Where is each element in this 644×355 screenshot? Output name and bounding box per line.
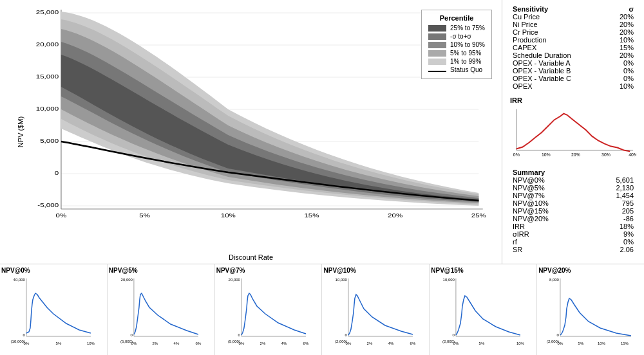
main-chart-container: NPV ($M) 25,000 20,000 15,000 10,000 5,0… bbox=[0, 0, 502, 264]
legend-label-1: 25% to 75% bbox=[450, 24, 485, 32]
legend-label-4: 5% to 95% bbox=[450, 50, 481, 57]
svg-text:25%: 25% bbox=[471, 212, 486, 219]
svg-text:10,000: 10,000 bbox=[443, 278, 455, 282]
bottom-charts-row: NPV@0% 40,000 0 (10,000) 0% 5% 10% NPV@5… bbox=[0, 264, 644, 355]
svg-text:6%: 6% bbox=[303, 341, 308, 345]
summary-row-8: rf 0% bbox=[510, 238, 636, 246]
svg-text:2%: 2% bbox=[367, 341, 373, 345]
summary-value-4: 205 bbox=[591, 207, 636, 215]
svg-text:8,000: 8,000 bbox=[549, 278, 560, 282]
legend-item-6: Status Quo bbox=[428, 66, 485, 73]
legend-label-3: 10% to 90% bbox=[450, 41, 485, 48]
small-chart-title-5: NPV@20% bbox=[538, 267, 643, 274]
svg-text:0: 0 bbox=[23, 333, 26, 337]
legend-label-2: -σ to+σ bbox=[450, 33, 471, 40]
summary-value-2: 1,454 bbox=[591, 192, 636, 199]
legend-item-5: 1% to 99% bbox=[428, 58, 485, 65]
summary-row-4: NPV@15% 205 bbox=[510, 207, 636, 215]
legend-item-4: 5% to 95% bbox=[428, 50, 485, 57]
svg-text:15%: 15% bbox=[304, 212, 319, 219]
small-chart-1: NPV@5% 20,000 0 (5,000) 0% 2% 4% 6% bbox=[108, 264, 215, 355]
svg-text:0: 0 bbox=[130, 333, 133, 337]
svg-text:10%: 10% bbox=[516, 341, 525, 345]
legend-label-6: Status Quo bbox=[450, 66, 482, 73]
legend-swatch-3 bbox=[428, 42, 446, 48]
svg-text:10%: 10% bbox=[542, 152, 551, 157]
svg-text:-5,000: -5,000 bbox=[37, 202, 59, 208]
summary-table: Summary NPV@0% 5,601 NPV@5% 2,130 NPV@7%… bbox=[510, 168, 636, 253]
summary-name-0: NPV@0% bbox=[510, 176, 591, 184]
svg-text:0%: 0% bbox=[513, 152, 520, 157]
svg-text:20,000: 20,000 bbox=[120, 278, 133, 282]
svg-text:10%: 10% bbox=[598, 341, 606, 345]
sensitivity-row-9: OPEX 10% bbox=[510, 82, 636, 90]
sensitivity-header: Sensitivity bbox=[510, 5, 607, 13]
svg-text:(10,000): (10,000) bbox=[11, 340, 25, 343]
summary-name-1: NPV@5% bbox=[510, 184, 591, 192]
small-chart-svg-0: 40,000 0 (10,000) 0% 5% 10% bbox=[1, 275, 106, 346]
sensitivity-value-7: 0% bbox=[607, 67, 636, 75]
summary-row-2: NPV@7% 1,454 bbox=[510, 192, 636, 199]
sigma-header: σ bbox=[607, 5, 636, 13]
small-chart-title-2: NPV@7% bbox=[216, 267, 321, 274]
legend-swatch-5 bbox=[428, 59, 446, 65]
summary-name-5: NPV@20% bbox=[510, 215, 591, 223]
legend-swatch-4 bbox=[428, 50, 446, 57]
sensitivity-name-5: Schedule Duration bbox=[510, 51, 607, 59]
svg-text:2%: 2% bbox=[260, 341, 265, 345]
sensitivity-value-9: 10% bbox=[607, 82, 636, 90]
summary-name-6: IRR bbox=[510, 223, 591, 230]
svg-text:6%: 6% bbox=[410, 341, 416, 345]
small-chart-5: NPV@20% 8,000 0 (2,000) 0% 5% 10% 15% bbox=[537, 264, 644, 355]
svg-text:0%: 0% bbox=[453, 341, 459, 345]
summary-row-7: σIRR 9% bbox=[510, 230, 636, 238]
sensitivity-value-5: 20% bbox=[607, 51, 636, 59]
svg-text:0: 0 bbox=[55, 170, 59, 176]
irr-label: IRR bbox=[510, 96, 636, 104]
summary-row-9: SR 2.06 bbox=[510, 246, 636, 253]
legend-label-5: 1% to 99% bbox=[450, 58, 481, 65]
summary-value-5: -86 bbox=[591, 215, 636, 223]
summary-name-2: NPV@7% bbox=[510, 192, 591, 199]
svg-text:10%: 10% bbox=[87, 341, 95, 345]
summary-header: Summary bbox=[510, 168, 636, 176]
summary-name-4: NPV@15% bbox=[510, 207, 591, 215]
summary-value-7: 9% bbox=[591, 230, 636, 238]
summary-row-6: IRR 18% bbox=[510, 223, 636, 230]
legend-title: Percentile bbox=[428, 14, 485, 22]
sensitivity-table: Sensitivity σ Cu Price 20% Ni Price 20% … bbox=[510, 5, 636, 90]
sensitivity-row-2: Cr Price 20% bbox=[510, 28, 636, 36]
sensitivity-value-4: 15% bbox=[607, 44, 636, 51]
svg-text:5%: 5% bbox=[479, 341, 485, 345]
small-chart-title-0: NPV@0% bbox=[1, 267, 106, 274]
svg-text:20,000: 20,000 bbox=[36, 41, 59, 48]
svg-text:40%: 40% bbox=[629, 152, 636, 157]
summary-value-0: 5,601 bbox=[591, 176, 636, 184]
summary-name-7: σIRR bbox=[510, 230, 591, 238]
small-chart-svg-4: 10,000 0 (2,000) 0% 5% 10% bbox=[431, 275, 535, 346]
sensitivity-row-5: Schedule Duration 20% bbox=[510, 51, 636, 59]
sensitivity-row-0: Cu Price 20% bbox=[510, 13, 636, 21]
svg-text:25,000: 25,000 bbox=[36, 9, 59, 15]
summary-value-6: 18% bbox=[591, 223, 636, 230]
summary-row-0: NPV@0% 5,601 bbox=[510, 176, 636, 184]
sensitivity-name-0: Cu Price bbox=[510, 13, 607, 21]
svg-text:6%: 6% bbox=[195, 341, 201, 345]
svg-text:0%: 0% bbox=[238, 341, 244, 345]
legend-box: Percentile 25% to 75% -σ to+σ 10% to 90%… bbox=[421, 10, 492, 79]
svg-text:40,000: 40,000 bbox=[14, 278, 26, 282]
sensitivity-value-3: 10% bbox=[607, 36, 636, 44]
svg-text:4%: 4% bbox=[281, 341, 287, 345]
summary-value-3: 795 bbox=[591, 199, 636, 207]
svg-text:0: 0 bbox=[453, 333, 455, 337]
summary-value-8: 0% bbox=[591, 238, 636, 246]
legend-item-2: -σ to+σ bbox=[428, 33, 485, 40]
sensitivity-row-3: Production 10% bbox=[510, 36, 636, 44]
svg-text:4%: 4% bbox=[388, 341, 394, 345]
legend-swatch-1 bbox=[428, 25, 446, 32]
sensitivity-row-6: OPEX - Variable A 0% bbox=[510, 59, 636, 67]
small-chart-4: NPV@15% 10,000 0 (2,000) 0% 5% 10% bbox=[430, 264, 537, 355]
small-chart-title-4: NPV@15% bbox=[431, 267, 535, 274]
sensitivity-name-1: Ni Price bbox=[510, 21, 607, 28]
small-chart-svg-5: 8,000 0 (2,000) 0% 5% 10% 15% bbox=[538, 275, 643, 346]
